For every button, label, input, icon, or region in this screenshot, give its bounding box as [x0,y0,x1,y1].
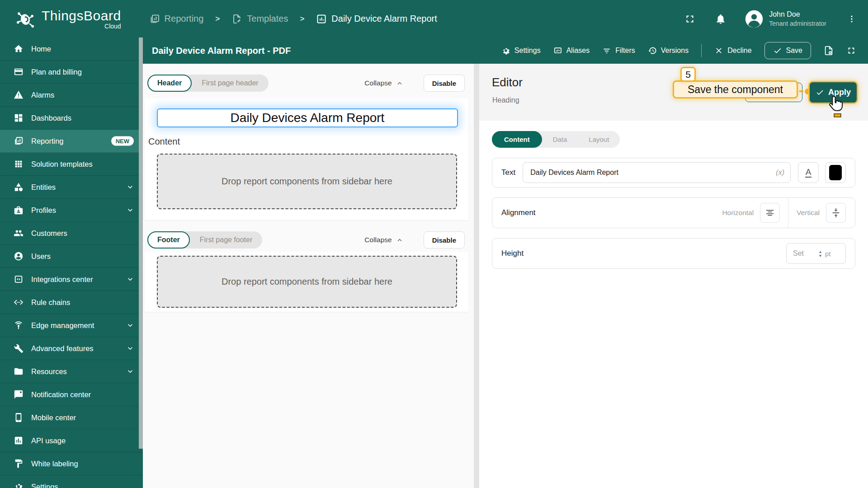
aliases-button[interactable]: Aliases [553,46,590,55]
sidebar-item-alarms[interactable]: Alarms [0,84,143,107]
chevron-down-icon [126,275,135,284]
text-color-button[interactable] [825,162,846,183]
fullscreen-icon[interactable] [684,13,696,25]
warning-triangle-icon [14,90,24,100]
header-dropzone[interactable]: Drop report components from sidebar here [157,154,457,209]
check-icon [773,46,782,55]
tab-data[interactable]: Data [542,131,578,148]
sidebar-item-resources[interactable]: Resources [0,360,143,383]
font-style-button[interactable]: A [798,162,819,183]
notifications-bell-icon[interactable] [715,13,726,25]
report-heading-input[interactable] [157,108,458,127]
sidebar-item-rule-chains[interactable]: Rule chains [0,291,143,314]
variables-fx-icon[interactable]: (x) [776,169,784,177]
sidebar-item-white-labeling[interactable]: White labeling [0,452,143,475]
new-badge: NEW [111,136,134,146]
sidebar-item-users[interactable]: Users [0,245,143,268]
chevron-down-icon [126,344,135,353]
editor-subtitle: Heading [492,96,519,104]
chevron-up-icon [396,79,404,87]
sidebar-item-entities[interactable]: Entities [0,176,143,199]
vertical-align-center-icon [831,208,841,218]
footer-tabs: Footer First page footer [147,231,262,249]
sidebar-nav: Home Plan and billing Alarms Dashboards … [0,38,143,488]
breadcrumb-current-report[interactable]: Daily Device Alarm Report [316,14,437,24]
alignment-setting-card: Alignment Horizontal Vertical [492,197,855,228]
content-section-label: Content [148,136,180,147]
gear-icon [14,482,24,488]
breadcrumb-reporting[interactable]: Reporting [149,14,204,24]
more-menu-icon[interactable] [847,13,856,25]
app-root: ThingsBoard Cloud Reporting > Templates [0,0,868,488]
preview-pdf-button[interactable] [824,46,834,56]
breadcrumb-separator: > [215,14,220,23]
footer-dropzone[interactable]: Drop report components from sidebar here [157,256,457,308]
stepper-arrows[interactable]: ▴▾ [819,249,821,258]
thingsboard-bug-icon [14,7,37,31]
header-collapse-button[interactable]: Collapse [364,79,403,87]
footer-collapse-button[interactable]: Collapse [364,236,403,244]
sidebar-item-plan-and-billing[interactable]: Plan and billing [0,61,143,84]
thingsboard-logo[interactable]: ThingsBoard Cloud [14,7,121,31]
sidebar-item-home[interactable]: Home [0,38,143,61]
filters-button[interactable]: Filters [602,46,635,55]
top-bar: ThingsBoard Cloud Reporting > Templates [0,0,868,38]
filter-icon [602,46,611,55]
chevron-up-icon [396,236,404,244]
settings-button[interactable]: Settings [501,46,541,55]
chevron-down-icon [126,321,135,330]
sidebar-item-notification-center[interactable]: Notification center [0,383,143,406]
footer-tab[interactable]: Footer [147,231,190,249]
header-tab[interactable]: Header [147,75,192,92]
sidebar-item-api-usage[interactable]: API usage [0,429,143,452]
gear-icon [501,46,510,55]
sidebar-item-settings[interactable]: Settings [0,475,143,488]
tab-content[interactable]: Content [492,131,542,148]
text-setting-card: Text (x) A [492,158,855,188]
annotation-callout: Save the component [673,80,798,99]
font-letter-icon: A [805,168,812,178]
history-icon [648,46,657,55]
sidebar-scrollbar[interactable] [139,38,143,449]
horizontal-align-button[interactable] [760,203,780,223]
aliases-icon [553,46,562,55]
breadcrumb-templates[interactable]: Templates [231,14,288,24]
panel-scrollbar[interactable] [474,64,479,488]
smartphone-icon [14,413,24,422]
expand-fullscreen-button[interactable] [846,46,856,56]
sidebar-item-solution-templates[interactable]: Solution templates [0,153,143,176]
height-setting-card: Height ▴▾ pt [492,238,855,269]
text-value-input[interactable] [523,162,791,183]
fullscreen-icon [846,46,856,56]
people-icon [14,228,24,238]
templates-icon [231,14,242,24]
grid-apps-icon [14,159,24,169]
toolbar-divider [701,44,702,57]
sidebar-item-dashboards[interactable]: Dashboards [0,107,143,130]
tab-layout[interactable]: Layout [578,131,620,148]
first-page-header-tab[interactable]: First page header [192,79,268,87]
first-page-footer-tab[interactable]: First page footer [190,236,263,244]
versions-button[interactable]: Versions [648,46,689,55]
sidebar-item-reporting[interactable]: Reporting NEW [0,130,143,153]
sidebar-item-edge-management[interactable]: Edge management [0,314,143,337]
sidebar-item-mobile-center[interactable]: Mobile center [0,406,143,429]
user-name: John Doe [769,10,826,19]
decline-button[interactable]: Decline [714,46,751,55]
sidebar-item-profiles[interactable]: Profiles [0,199,143,222]
save-button[interactable]: Save [764,42,811,59]
height-value-input[interactable] [793,249,819,258]
editor-panel: Editor Heading Content Data Layout Text … [479,64,868,488]
mouse-cursor-pointer [827,95,845,117]
user-avatar[interactable] [745,9,764,28]
alignment-divider [788,198,788,228]
footer-disable-button[interactable]: Disable [424,231,465,249]
header-tabs: Header First page header [147,75,269,92]
vertical-align-button[interactable] [826,203,846,223]
header-disable-button[interactable]: Disable [424,75,465,92]
text-label: Text [501,168,515,177]
sidebar-item-customers[interactable]: Customers [0,222,143,245]
sidebar-item-advanced-features[interactable]: Advanced features [0,337,143,360]
sidebar-item-integrations-center[interactable]: Integrations center [0,268,143,291]
check-icon [816,88,824,97]
